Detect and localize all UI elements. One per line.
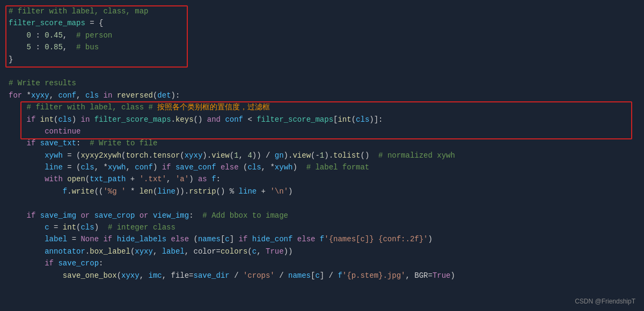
- code-line: # Write results: [9, 77, 635, 89]
- code-line: if save_txt: # Write to file: [9, 137, 635, 149]
- code-line: if int(cls) in filter_score_maps.keys() …: [9, 114, 635, 125]
- code-line: xywh = (xyxy2xywh(torch.tensor(xyxy).vie…: [9, 150, 635, 161]
- code-line: 5 : 0.85, # bus: [9, 41, 635, 53]
- code-line: [9, 65, 635, 77]
- code-line: for *xyxy, conf, cls in reversed(det):: [9, 90, 635, 101]
- code-line: c = int(cls) # integer class: [9, 221, 635, 233]
- code-line: # filter with label, class, map: [9, 5, 635, 17]
- code-block: # filter with label, class, map filter_s…: [9, 5, 635, 282]
- code-line: annotator.box_label(xyxy, label, color=c…: [9, 246, 635, 257]
- code-container: # filter with label, class, map filter_s…: [0, 0, 644, 287]
- code-line: }: [9, 54, 635, 65]
- code-line: with open(txt_path + '.txt', 'a') as f:: [9, 173, 635, 185]
- code-line: 0 : 0.45, # person: [9, 29, 635, 41]
- code-line: # filter with label, class # 按照各个类别框的置信度…: [9, 101, 635, 113]
- watermark: CSDN @FriendshipT: [575, 297, 635, 307]
- code-line: save_one_box(xyxy, imc, file=save_dir / …: [9, 270, 635, 282]
- code-line: filter_score_maps = {: [9, 17, 635, 29]
- code-line: continue: [9, 125, 635, 137]
- code-line: [9, 197, 635, 209]
- code-line: if save_img or save_crop or view_img: # …: [9, 210, 635, 221]
- code-line: label = None if hide_labels else (names[…: [9, 233, 635, 245]
- code-line: line = (cls, *xywh, conf) if save_conf e…: [9, 161, 635, 173]
- code-line: f.write(('%g ' * len(line)).rstrip() % l…: [9, 186, 635, 197]
- code-line: if save_crop:: [9, 257, 635, 269]
